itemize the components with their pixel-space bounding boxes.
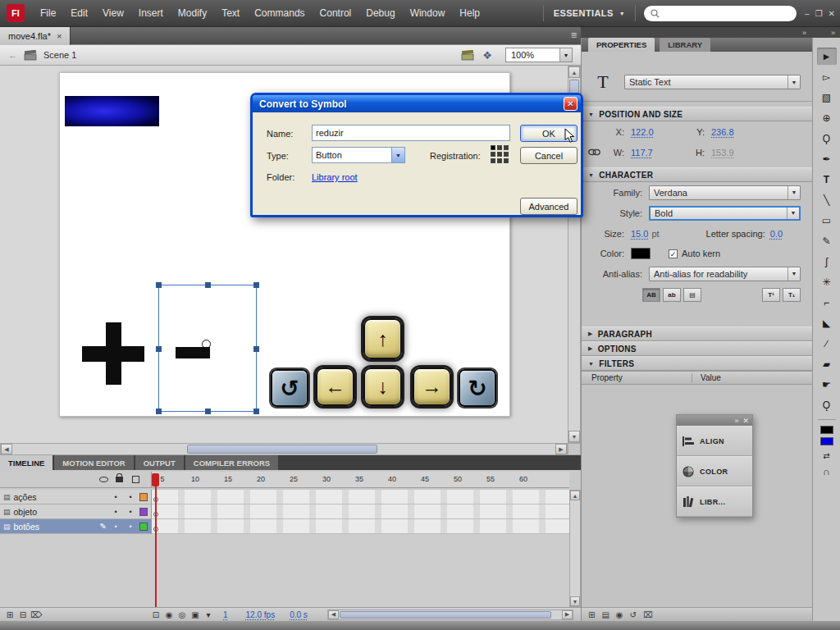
search-input[interactable] [644, 6, 797, 21]
hand-tool[interactable]: ☛ [817, 376, 837, 393]
show-border-button[interactable]: ▤ [683, 288, 701, 302]
tab-library[interactable]: LIBRARY [660, 38, 710, 52]
anti-alias-select[interactable]: Anti-alias for readability ▼ [649, 267, 801, 281]
layer-lock-dot[interactable]: • [125, 523, 136, 531]
modify-markers-button[interactable]: ▾ [202, 610, 215, 619]
transform-handle[interactable] [156, 282, 162, 288]
registration-cell[interactable] [497, 152, 502, 157]
registration-cell[interactable] [491, 152, 495, 157]
subselection-tool[interactable]: ▻ [817, 68, 837, 85]
add-filter-button[interactable]: ⊞ [588, 610, 595, 619]
layer-lock-dot[interactable]: • [125, 508, 136, 516]
scroll-up-button[interactable]: ▲ [568, 66, 580, 78]
layer-visibility-dot[interactable]: • [110, 523, 121, 531]
tab-timeline[interactable]: TIMELINE [0, 455, 52, 470]
onion-skin-button[interactable]: ◉ [162, 610, 176, 619]
font-family-select[interactable]: Verdana ▼ [649, 185, 801, 200]
edit-scene-icon[interactable] [461, 50, 474, 61]
selection-tool[interactable]: ► [817, 48, 837, 65]
filter-presets-button[interactable]: ▤ [601, 610, 609, 619]
timeline-vertical-scrollbar[interactable]: ▲ ▼ [569, 490, 581, 607]
frame-rate-value[interactable]: 12.0 fps [246, 610, 276, 619]
selectable-text-button[interactable]: AB [642, 288, 660, 302]
rectangle-tool[interactable]: ▭ [817, 212, 837, 229]
stage-object-minus-sign[interactable] [176, 347, 210, 358]
pen-tool[interactable]: ✒ [817, 150, 837, 167]
x-value[interactable]: 122.0 [631, 127, 680, 137]
stage-object-plus-sign[interactable] [82, 322, 144, 385]
layer-name[interactable]: botões [14, 522, 97, 532]
layer-row-acoes[interactable]: ▤ ações • • [0, 490, 152, 504]
registration-cell[interactable] [504, 145, 509, 150]
transform-handle[interactable] [253, 346, 259, 352]
stage-key-left[interactable]: ← [316, 368, 354, 406]
stage-object-gradient-rect[interactable] [65, 96, 159, 126]
scroll-right-button[interactable]: ▶ [562, 610, 573, 619]
menu-edit[interactable]: Edit [63, 0, 95, 27]
tab-compiler-errors[interactable]: COMPILER ERRORS [185, 455, 278, 470]
filter-reset-button[interactable]: ↺ [630, 610, 637, 619]
tab-properties[interactable]: PROPERTIES [588, 38, 655, 52]
registration-cell[interactable] [491, 145, 495, 150]
transform-handle[interactable] [156, 409, 162, 414]
menu-file[interactable]: File [33, 0, 63, 27]
menu-view[interactable]: View [95, 0, 131, 27]
new-layer-button[interactable]: ⊞ [3, 610, 16, 619]
transform-handle[interactable] [253, 409, 259, 414]
delete-layer-button[interactable]: ⌦ [30, 610, 43, 619]
layer-frames-botoes[interactable] [152, 519, 569, 534]
scroll-left-button[interactable]: ◀ [1, 444, 12, 454]
layer-row-objeto[interactable]: ▤ objeto • • [0, 504, 152, 519]
deco-tool[interactable]: ✳ [817, 273, 837, 290]
back-arrow-icon[interactable]: ← [8, 50, 17, 60]
expand-dock-icon[interactable]: » [734, 417, 738, 425]
layer-outline-color-chip[interactable] [139, 493, 148, 501]
pencil-tool[interactable]: ✎ [817, 232, 837, 249]
render-html-button[interactable]: ab [663, 288, 681, 302]
current-frame-value[interactable]: 1 [223, 610, 228, 619]
swap-colors-icon[interactable]: ⇄ [817, 449, 837, 462]
scroll-left-button[interactable]: ◀ [328, 610, 339, 619]
layer-row-botoes[interactable]: ▤ botões ✎ • • [0, 519, 152, 534]
registration-cell[interactable] [504, 152, 509, 157]
collapse-panels-icon[interactable]: » [802, 29, 806, 37]
lock-layers-icon[interactable] [116, 477, 123, 482]
selection-bounding-box[interactable] [158, 285, 257, 412]
symbol-type-select[interactable]: Button ▼ [312, 147, 405, 163]
registration-grid[interactable] [491, 145, 509, 163]
scrollbar-thumb[interactable] [340, 611, 551, 619]
text-type-select[interactable]: Static Text ▼ [624, 75, 801, 89]
line-tool[interactable]: ╲ [817, 191, 837, 208]
layer-visibility-dot[interactable]: • [110, 493, 121, 501]
section-filters[interactable]: ▼ FILTERS [582, 356, 812, 371]
delete-filter-button[interactable]: ⌧ [643, 610, 653, 619]
tab-document[interactable]: move4.fla* × [0, 27, 71, 45]
layer-outline-color-chip[interactable] [139, 523, 148, 531]
dock-item-align[interactable]: ALIGN [677, 426, 752, 456]
scroll-down-button[interactable]: ▼ [568, 431, 580, 442]
lasso-tool[interactable]: Ϙ [817, 130, 837, 147]
layer-outline-color-chip[interactable] [139, 508, 148, 516]
elapsed-time-value[interactable]: 0.0 s [290, 610, 308, 619]
chevron-down-icon[interactable]: ▼ [559, 48, 572, 62]
menu-modify[interactable]: Modify [171, 0, 214, 27]
section-paragraph[interactable]: ▶ PARAGRAPH [582, 326, 812, 341]
stage-key-right[interactable]: → [413, 368, 451, 406]
layer-frames-acoes[interactable] [152, 490, 569, 504]
scroll-right-button[interactable]: ▶ [555, 444, 567, 454]
transform-handle[interactable] [156, 346, 162, 352]
dock-item-library[interactable]: LIBR... [677, 486, 752, 517]
advanced-button[interactable]: Advanced [520, 198, 578, 215]
panel-menu-icon[interactable]: ≣ [571, 30, 578, 39]
registration-cell[interactable] [497, 158, 502, 163]
layer-frames-objeto[interactable] [152, 504, 569, 519]
restore-button[interactable]: ❐ [815, 9, 823, 18]
timeline-horizontal-scrollbar[interactable]: ◀ ▶ [327, 609, 573, 620]
w-value[interactable]: 117.7 [631, 148, 680, 158]
layer-name[interactable]: ações [14, 492, 107, 502]
close-dock-icon[interactable]: ✕ [742, 417, 749, 425]
layer-visibility-dot[interactable]: • [110, 508, 121, 516]
new-folder-button[interactable]: ⊟ [16, 610, 30, 619]
menu-debug[interactable]: Debug [358, 0, 402, 27]
section-options[interactable]: ▶ OPTIONS [582, 341, 812, 356]
